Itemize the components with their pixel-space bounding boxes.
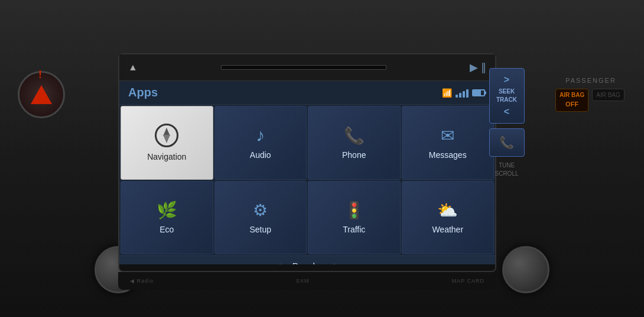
map-card-label: MAP CARD xyxy=(452,278,484,284)
phone-app-tile[interactable]: 📞 Phone xyxy=(308,106,401,180)
phone-label: Phone xyxy=(342,150,366,160)
cassette-slot xyxy=(221,65,386,70)
screen-title: Apps xyxy=(128,86,158,99)
traffic-app-tile[interactable]: 🚦 Traffic xyxy=(308,181,401,255)
hazard-area: ! xyxy=(18,71,71,124)
weather-cloud-icon: ⛅ xyxy=(437,200,458,220)
tune-scroll-label: TUNE SCROLL xyxy=(495,161,518,178)
weather-label: Weather xyxy=(432,225,463,234)
eject-icon[interactable]: ▲ xyxy=(128,62,138,73)
traffic-light-icon: 🚦 xyxy=(344,200,365,220)
reorder-right-arrow[interactable]: ▶ xyxy=(334,261,340,264)
right-control-panel: > SEEK TRACK < 📞 TUNE SCROLL xyxy=(484,68,529,178)
status-icons: 📶 xyxy=(442,88,486,98)
phone-call-button[interactable]: 📞 xyxy=(489,128,525,157)
eco-leaf-icon: 🌿 xyxy=(157,200,177,220)
infotainment-screen: Apps 📶 xyxy=(119,81,495,264)
signal-bar-3 xyxy=(463,91,465,98)
seek-back-arrow-icon: < xyxy=(504,106,509,117)
screen-header: Apps 📶 xyxy=(119,81,495,105)
seek-forward-arrow-icon: > xyxy=(504,75,509,85)
unit-bottom-bar: ◀ Radio SXM MAP CARD xyxy=(118,272,496,290)
audio-label: Audio xyxy=(250,150,271,160)
dashboard: ! AUDIO APPS HOME PWR VOL ▲ ▶ ‖ Apps � xyxy=(0,0,644,317)
sxm-label: SXM xyxy=(296,278,310,284)
setup-label: Setup xyxy=(249,225,271,234)
navigation-label: Navigation xyxy=(147,152,186,161)
setup-gear-icon: ⚙ xyxy=(253,200,268,220)
seek-track-label: SEEK TRACK xyxy=(496,88,517,104)
airbag-label: AIR BAG xyxy=(560,92,584,98)
seek-track-button[interactable]: > SEEK TRACK < xyxy=(489,68,525,124)
radio-label: ◀ Radio xyxy=(130,278,154,284)
compass-south xyxy=(163,135,170,143)
messages-envelope-icon: ✉ xyxy=(441,126,454,145)
main-unit: ▲ ▶ ‖ Apps 📶 xyxy=(118,53,496,272)
airbag-status: AIR BAG OFF AIR BAG xyxy=(555,89,626,112)
eco-label: Eco xyxy=(160,225,174,234)
airbag-other-indicator: AIR BAG xyxy=(592,89,625,101)
navigation-app-tile[interactable]: Navigation xyxy=(121,106,213,180)
passenger-area: PASSENGER AIR BAG OFF AIR BAG xyxy=(555,77,626,112)
hazard-button[interactable]: ! xyxy=(18,71,65,118)
traffic-label: Traffic xyxy=(343,225,365,234)
unit-top-bar: ▲ ▶ ‖ xyxy=(119,54,495,81)
audio-music-icon: ♪ xyxy=(256,125,265,145)
play-pause-button[interactable]: ▶ ‖ xyxy=(470,61,486,74)
reorder-label: Reorder xyxy=(292,261,323,264)
signal-bar-4 xyxy=(466,89,469,98)
audio-app-tile[interactable]: ♪ Audio xyxy=(214,106,307,180)
hazard-exclamation: ! xyxy=(40,88,43,99)
airbag-off-indicator: AIR BAG OFF xyxy=(555,89,588,112)
passenger-label: PASSENGER xyxy=(555,77,626,84)
messages-app-tile[interactable]: ✉ Messages xyxy=(402,106,495,180)
reorder-left-arrow[interactable]: ◀ xyxy=(274,261,281,264)
signal-bar-1 xyxy=(456,95,458,98)
setup-app-tile[interactable]: ⚙ Setup xyxy=(214,181,307,255)
navigation-compass-icon xyxy=(155,124,178,147)
airbag-off-text: OFF xyxy=(565,101,578,108)
signal-bar-2 xyxy=(459,93,461,98)
bluetooth-icon: 📶 xyxy=(442,88,452,98)
right-tune-knob[interactable] xyxy=(502,246,549,293)
apps-grid: Navigation ♪ Audio 📞 Phone ✉ Messages xyxy=(119,105,495,255)
messages-label: Messages xyxy=(429,150,467,160)
airbag-other-label: AIR BAG xyxy=(596,92,620,98)
signal-bars-icon xyxy=(456,88,469,98)
phone-handset-icon: 📞 xyxy=(499,135,514,150)
eco-app-tile[interactable]: 🌿 Eco xyxy=(121,181,213,255)
weather-app-tile[interactable]: ⛅ Weather xyxy=(402,181,495,255)
reorder-bar: ◀ Reorder ▶ xyxy=(119,255,495,264)
phone-icon: 📞 xyxy=(344,126,365,145)
